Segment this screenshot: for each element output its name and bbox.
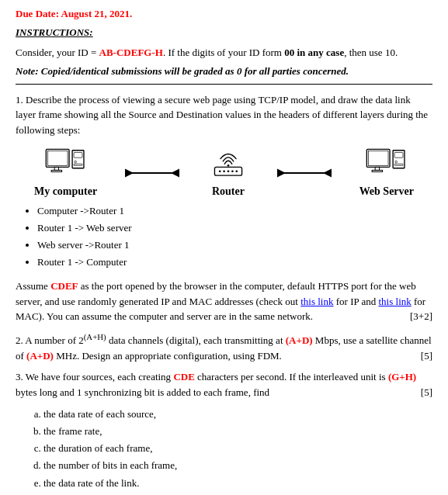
svg-point-12: [223, 170, 225, 172]
sub-list: the data rate of each source, the frame …: [43, 406, 432, 491]
question-2: 2. A number of 2(A+H) data channels (dig…: [16, 331, 432, 363]
q1-points: [3+2]: [410, 309, 432, 324]
q2-points: [5]: [421, 348, 432, 364]
svg-rect-18: [368, 151, 388, 165]
diagram-container: My computer: [16, 148, 432, 198]
svg-rect-24: [394, 164, 403, 165]
q2-part2: data channels (digital), each transmitti…: [106, 334, 286, 346]
q2-part4: MHz. Design an appropriate configuration…: [54, 350, 282, 362]
q3-part1: We have four sources, each creating: [23, 371, 174, 382]
arrow-left: [125, 165, 179, 181]
q2-part1: A number of 2: [23, 334, 84, 346]
arrow-right: [277, 165, 332, 181]
q3-part3: bytes long and 1 synchronizing bit is ad…: [16, 386, 269, 398]
q3-highlight1: CDE: [173, 371, 194, 382]
svg-point-13: [227, 170, 230, 172]
svg-point-6: [74, 161, 76, 163]
consider-text-1: Consider, your ID =: [16, 47, 99, 58]
svg-point-9: [227, 164, 230, 167]
q3-highlight2: (G+H): [388, 371, 416, 382]
consider-text-3: , then use 10.: [344, 47, 398, 58]
svg-point-23: [395, 161, 398, 163]
svg-rect-17: [366, 149, 390, 167]
webserver-label: Web Server: [359, 185, 414, 198]
q2-number: 2.: [16, 334, 23, 346]
my-computer-item: My computer: [34, 148, 97, 198]
svg-rect-1: [47, 151, 68, 165]
list-item: Computer ->Router 1: [37, 202, 432, 220]
assume-part1: Assume: [16, 280, 50, 292]
svg-point-15: [235, 170, 238, 172]
ip-link[interactable]: this link: [300, 296, 333, 307]
svg-rect-3: [51, 170, 62, 171]
consider-text-2: . If the digits of your ID form: [163, 47, 284, 58]
q3-part2: characters per second. If the interleave…: [195, 371, 388, 382]
consider-line: Consider, your ID = AB-CDEFG-H. If the d…: [16, 45, 432, 61]
svg-rect-20: [372, 170, 383, 171]
q2-highlight1: (A+D): [286, 334, 313, 346]
router-item: Router: [207, 148, 249, 198]
bold-part: 00 in any case: [284, 47, 344, 58]
note-line: Note: Copied/identical submissions will …: [16, 65, 432, 85]
id-value: AB-CDEFG-H: [99, 47, 163, 58]
router-icon: [207, 148, 249, 182]
due-date: Due Date: August 21, 2021.: [16, 8, 432, 20]
list-item: Router 1 -> Computer: [37, 254, 432, 271]
assume-part3: for IP and: [333, 296, 378, 307]
instructions-header: INSTRUCTIONS:: [16, 26, 432, 39]
svg-rect-7: [74, 164, 82, 165]
q2-sup: (A+H): [84, 332, 106, 341]
webserver-item: Web Server: [359, 148, 414, 198]
mac-link[interactable]: this link: [379, 296, 412, 307]
webserver-icon: [366, 148, 408, 182]
q3-number: 3.: [16, 371, 23, 382]
bullet-list: Computer ->Router 1 Router 1 -> Web serv…: [37, 202, 432, 271]
svg-point-11: [219, 170, 221, 172]
svg-rect-5: [74, 152, 82, 158]
list-item: the data rate of each source,: [43, 406, 432, 423]
cdef-highlight: CDEF: [50, 280, 78, 292]
list-item: Router 1 -> Web server: [37, 220, 432, 237]
svg-point-14: [231, 170, 234, 172]
svg-rect-22: [394, 152, 403, 158]
q3-points: [5]: [421, 385, 432, 400]
list-item: the duration of each frame,: [43, 440, 432, 457]
svg-rect-0: [46, 149, 69, 167]
q2-highlight2: (A+D): [26, 350, 54, 362]
question-3: 3. We have four sources, each creating C…: [16, 369, 432, 400]
assume-text: Assume CDEF as the port opened by the br…: [16, 279, 432, 324]
computer-label: My computer: [34, 185, 97, 198]
list-item: the frame rate,: [43, 423, 432, 440]
list-item: the data rate of the link.: [43, 475, 432, 492]
list-item: Web server ->Router 1: [37, 237, 432, 254]
question-1-text: 1. Describe the process of viewing a sec…: [16, 92, 432, 138]
router-label: Router: [212, 185, 245, 198]
list-item: the number of bits in each frame,: [43, 457, 432, 474]
computer-icon: [45, 148, 87, 182]
